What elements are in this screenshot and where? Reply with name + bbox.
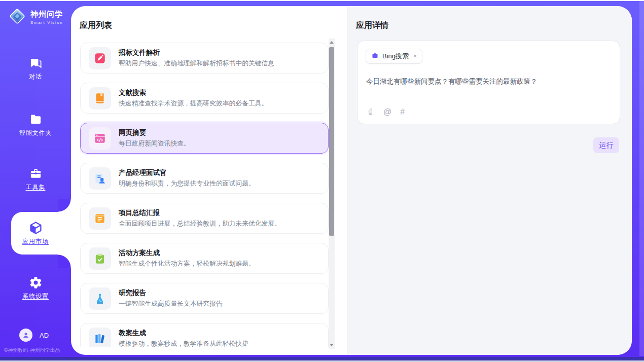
brand-logo: 神州问学 Smart Vision — [8, 7, 63, 28]
scrollbar-thumb[interactable] — [329, 47, 334, 236]
app-list-item[interactable]: 研究报告一键智能生成高质量长文本研究报告 — [80, 283, 329, 314]
sidebar-item-label: 工具集 — [26, 183, 46, 192]
app-detail-pane: 应用详情 Bing搜索 × 今日湖北有哪些新闻要点？有哪些需要关注的最新政策？ … — [347, 6, 632, 355]
composer-card[interactable]: Bing搜索 × 今日湖北有哪些新闻要点？有哪些需要关注的最新政策？ @# — [357, 41, 620, 124]
app-item-description: 明确身份和职责，为您提供专业性的面试问题。 — [119, 179, 255, 188]
run-button[interactable]: 运行 — [593, 137, 619, 153]
app-item-title: 招标文件解析 — [119, 48, 274, 57]
sidebar-item-tools[interactable]: 工具集 — [0, 166, 71, 200]
scrollbar-down-icon[interactable] — [330, 344, 334, 346]
clipboard-check-icon — [89, 247, 111, 270]
chat-icon — [29, 56, 43, 70]
composer-toolbar: @# — [366, 107, 405, 116]
user-profile[interactable]: AD — [19, 329, 49, 342]
app-item-title: 活动方案生成 — [119, 248, 255, 258]
app-item-description: 每日政府新闻资讯快查。 — [119, 139, 190, 148]
report-note-icon — [89, 207, 111, 230]
interviewer-icon — [89, 167, 111, 190]
app-item-title: 教案生成 — [119, 329, 248, 338]
bottom-dark-strip — [0, 357, 644, 360]
toolbox-icon — [29, 166, 43, 180]
avatar — [19, 329, 32, 342]
copyright-text: ©神州数码·神州问学出品 — [4, 347, 71, 354]
attachment-icon[interactable] — [366, 107, 375, 116]
sidebar-item-label: 智能文件夹 — [19, 129, 52, 137]
sidebar-item-chat[interactable]: 对话 — [0, 56, 71, 89]
right-edge-strip — [639, 1, 644, 356]
app-list-item[interactable]: 活动方案生成智能生成个性化活动方案，轻松解决规划难题。 — [80, 243, 329, 274]
browser-icon — [89, 127, 111, 150]
app-item-title: 网页摘要 — [119, 128, 190, 137]
brand-subtitle: Smart Vision — [30, 20, 63, 25]
app-item-title: 产品经理面试官 — [119, 168, 255, 177]
app-detail-title: 应用详情 — [356, 20, 388, 31]
app-list-title: 应用列表 — [80, 20, 112, 31]
app-item-description: 智能生成个性化活动方案，轻松解决规划难题。 — [119, 260, 255, 268]
sidebar-item-folders[interactable]: 智能文件夹 — [0, 112, 71, 146]
gear-icon — [29, 275, 43, 289]
book-icon — [89, 87, 111, 110]
brand-name: 神州问学 — [30, 10, 63, 19]
briefcase-icon — [371, 52, 379, 61]
tool-chip[interactable]: Bing搜索 × — [366, 49, 422, 64]
app-item-title: 文献搜索 — [119, 88, 268, 97]
mention-icon[interactable]: @ — [383, 108, 391, 116]
app-list-item[interactable]: 项目总结汇报全面回顾项目进展，总结经验教训，助力未来优化发展。 — [80, 203, 329, 234]
app-list-scrollbar[interactable] — [329, 39, 335, 349]
hash-icon[interactable]: # — [400, 108, 405, 116]
folder-icon — [29, 112, 43, 126]
app-item-description: 快速精准查找学术资源，提高研究效率的必备工具。 — [119, 99, 268, 108]
books-icon — [89, 328, 111, 347]
user-initials: AD — [40, 332, 49, 339]
sidebar: 神州问学 Smart Vision 对话智能文件夹工具集应用市场系统设置 AD … — [0, 0, 71, 362]
app-list-pane: 应用列表 招标文件解析帮助用户快速、准确地理解和解析招标书中的关键信息文献搜索快… — [71, 6, 347, 355]
app-item-description: 全面回顾项目进展，总结经验教训，助力未来优化发展。 — [119, 220, 281, 228]
edit-doc-icon — [89, 47, 111, 69]
app-list-item[interactable]: 教案生成模板驱动，教案秒成，教学准备从此轻松快捷 — [80, 323, 329, 347]
app-window: 神州问学 Smart Vision 对话智能文件夹工具集应用市场系统设置 AD … — [0, 0, 644, 362]
tool-chip-label: Bing搜索 — [382, 52, 409, 61]
brand-diamond-icon — [8, 7, 27, 28]
sidebar-item-label: 应用市场 — [22, 237, 49, 246]
app-list-item[interactable]: 产品经理面试官明确身份和职责，为您提供专业性的面试问题。 — [80, 163, 329, 194]
cube-icon — [28, 221, 43, 235]
query-text[interactable]: 今日湖北有哪些新闻要点？有哪些需要关注的最新政策？ — [366, 77, 610, 87]
sidebar-item-label: 系统设置 — [22, 292, 49, 301]
app-item-description: 一键智能生成高质量长文本研究报告 — [119, 300, 223, 308]
app-item-description: 帮助用户快速、准确地理解和解析招标书中的关键信息 — [119, 59, 274, 68]
app-list-item[interactable]: 文献搜索快速精准查找学术资源，提高研究效率的必备工具。 — [80, 83, 329, 114]
app-item-title: 研究报告 — [119, 288, 223, 298]
top-edge-line — [0, 0, 644, 1]
sidebar-item-label: 对话 — [29, 73, 42, 81]
app-list-item[interactable]: 招标文件解析帮助用户快速、准确地理解和解析招标书中的关键信息 — [80, 43, 329, 74]
content-panel: 应用列表 招标文件解析帮助用户快速、准确地理解和解析招标书中的关键信息文献搜索快… — [71, 6, 632, 355]
app-item-title: 项目总结汇报 — [119, 208, 281, 218]
research-icon — [89, 287, 111, 310]
sidebar-item-settings[interactable]: 系统设置 — [0, 275, 71, 309]
close-icon[interactable]: × — [413, 53, 417, 60]
app-list-item[interactable]: 网页摘要每日政府新闻资讯快查。 — [80, 123, 329, 154]
scrollbar-up-icon[interactable] — [330, 41, 334, 44]
sidebar-item-market[interactable]: 应用市场 — [0, 221, 71, 254]
app-list: 招标文件解析帮助用户快速、准确地理解和解析招标书中的关键信息文献搜索快速精准查找… — [80, 43, 329, 347]
app-item-description: 模板驱动，教案秒成，教学准备从此轻松快捷 — [119, 340, 248, 347]
